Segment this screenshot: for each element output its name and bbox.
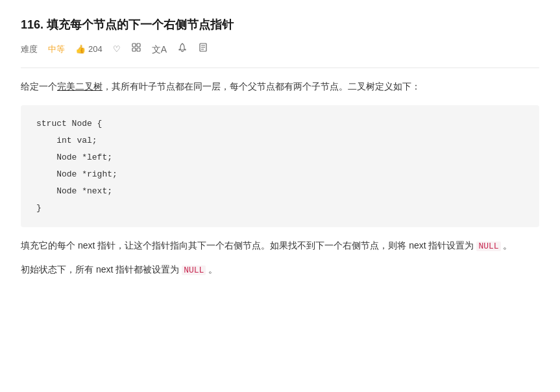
page-container: 116. 填充每个节点的下一个右侧节点指针 难度 中等 👍 204 ♡ 文A xyxy=(0,0,560,294)
divider xyxy=(21,67,539,68)
svg-rect-2 xyxy=(132,48,136,51)
svg-rect-0 xyxy=(132,43,136,47)
like-button[interactable]: 👍 204 xyxy=(75,43,103,56)
code-block: struct Node { int val; Node *left; Node … xyxy=(21,105,539,227)
share-icon xyxy=(131,42,141,57)
bell-button[interactable] xyxy=(177,42,188,57)
perfect-binary-tree-term: 完美二叉树 xyxy=(57,81,103,92)
null-code-2: NULL xyxy=(182,265,206,275)
null-code-1: NULL xyxy=(476,241,500,251)
code-line-2: int val; xyxy=(36,132,524,149)
code-line-3: Node *left; xyxy=(36,149,524,166)
problem-title: 116. 填充每个节点的下一个右侧节点指针 xyxy=(21,16,539,34)
svg-rect-3 xyxy=(137,48,140,51)
meta-row: 难度 中等 👍 204 ♡ 文A xyxy=(21,42,539,57)
heart-button[interactable]: ♡ xyxy=(113,43,121,56)
note-icon xyxy=(198,42,208,57)
note-button[interactable] xyxy=(198,42,208,57)
code-line-6: } xyxy=(36,200,524,217)
thumbs-up-icon: 👍 xyxy=(75,43,86,56)
description-1: 给定一个完美二叉树，其所有叶子节点都在同一层，每个父节点都有两个子节点。二叉树定… xyxy=(21,79,539,95)
share-button[interactable] xyxy=(131,42,141,57)
bell-icon xyxy=(177,42,188,57)
difficulty-value: 中等 xyxy=(48,43,65,56)
translate-button[interactable]: 文A xyxy=(152,42,167,56)
description-2: 填充它的每个 next 指针，让这个指针指向其下一个右侧节点。如果找不到下一个右… xyxy=(21,238,539,254)
heart-icon: ♡ xyxy=(113,43,121,56)
difficulty-label: 难度 xyxy=(21,43,38,56)
code-line-5: Node *next; xyxy=(36,183,524,200)
translate-icon: 文A xyxy=(152,42,167,56)
like-count: 204 xyxy=(88,43,103,56)
code-line-4: Node *right; xyxy=(36,166,524,183)
description-3: 初始状态下，所有 next 指针都被设置为 NULL 。 xyxy=(21,262,539,278)
svg-rect-1 xyxy=(137,43,140,47)
code-line-1: struct Node { xyxy=(36,116,524,132)
